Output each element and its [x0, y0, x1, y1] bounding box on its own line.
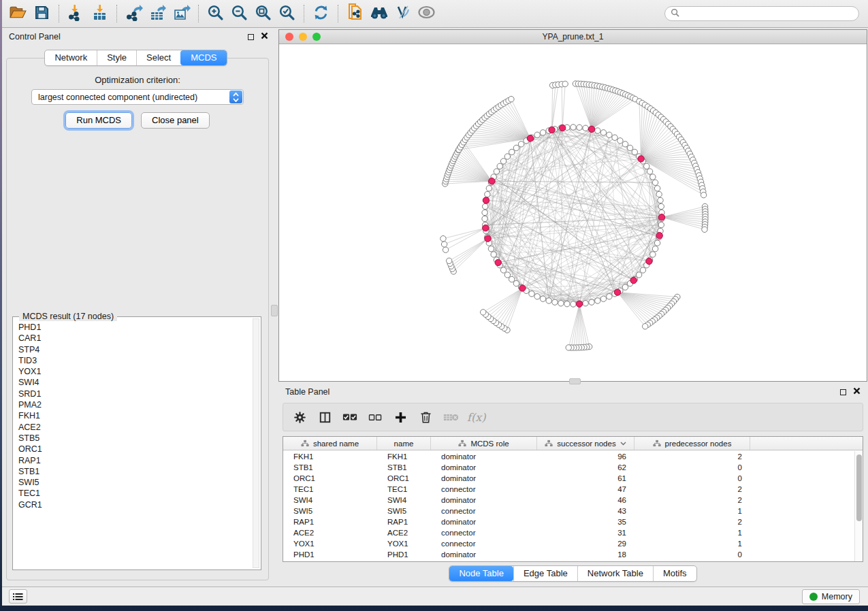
- table-cell: ORC1: [377, 474, 431, 482]
- tab-node-table[interactable]: Node Table: [449, 566, 513, 581]
- mcds-list-item[interactable]: YOX1: [18, 366, 250, 377]
- tab-mcds[interactable]: MCDS: [180, 50, 226, 65]
- tab-edge-table[interactable]: Edge Table: [513, 566, 577, 581]
- mcds-list-item[interactable]: CAR1: [18, 333, 250, 344]
- mcds-list-item[interactable]: PMA2: [18, 399, 250, 410]
- float-panel-icon[interactable]: [248, 34, 254, 40]
- table-row[interactable]: YOX1YOX1connector291: [283, 538, 854, 549]
- mcds-list-item[interactable]: RAP1: [18, 455, 250, 466]
- zoom-out-button[interactable]: [227, 2, 251, 25]
- table-row[interactable]: STB1STB1dominator620: [283, 462, 854, 473]
- tab-network-table[interactable]: Network Table: [577, 566, 653, 581]
- table-row[interactable]: RAP1RAP1dominator352: [283, 516, 854, 527]
- mcds-list-item[interactable]: STP4: [18, 344, 250, 355]
- create-column-button[interactable]: [390, 406, 411, 428]
- mcds-list-item[interactable]: PHD1: [18, 322, 250, 333]
- show-column-button[interactable]: [315, 406, 335, 428]
- deselect-all-rows-button[interactable]: [365, 406, 385, 428]
- network-window-titlebar[interactable]: YPA_prune.txt_1: [279, 30, 867, 44]
- vertical-splitter-handle[interactable]: [271, 305, 278, 316]
- delete-column-button[interactable]: [415, 406, 436, 428]
- save-session-button[interactable]: [30, 2, 54, 25]
- first-neighbors-button[interactable]: [367, 2, 391, 25]
- close-panel-icon[interactable]: [261, 32, 268, 42]
- toolbar-separator: [198, 5, 199, 22]
- float-panel-icon[interactable]: [840, 389, 846, 395]
- table-scrollbar[interactable]: [854, 451, 863, 561]
- tab-motifs[interactable]: Motifs: [653, 566, 696, 581]
- export-image-button[interactable]: [170, 2, 193, 25]
- show-task-history-button[interactable]: [9, 589, 27, 604]
- column-header-successor-nodes[interactable]: successor nodes: [537, 437, 634, 450]
- table-scrollbar-thumb[interactable]: [856, 455, 862, 521]
- close-panel-button[interactable]: Close panel: [141, 112, 210, 129]
- hide-selected-button[interactable]: [391, 2, 415, 25]
- window-zoom-icon[interactable]: [312, 33, 321, 41]
- mcds-list-item[interactable]: STB5: [18, 433, 250, 444]
- table-row[interactable]: SWI5SWI5connector431: [283, 506, 854, 516]
- cytoscape-window: Control Panel Network Style Select MCDS …: [2, 0, 868, 606]
- table-cell: 29: [537, 540, 634, 548]
- mcds-list-item[interactable]: SWI5: [18, 477, 250, 488]
- mcds-list-item[interactable]: SWI4: [18, 377, 250, 388]
- table-row[interactable]: PHD1PHD1dominator180: [283, 549, 854, 560]
- new-network-from-selection-button[interactable]: [343, 2, 367, 25]
- table-row[interactable]: FKH1FKH1dominator962: [283, 451, 854, 462]
- zoom-in-button[interactable]: [204, 2, 227, 25]
- import-network-button[interactable]: [64, 2, 88, 25]
- tab-network[interactable]: Network: [45, 50, 97, 65]
- toolbar-separator: [338, 5, 338, 22]
- mcds-list-item[interactable]: ACE2: [18, 422, 250, 433]
- close-panel-icon[interactable]: [853, 387, 861, 397]
- table-settings-button[interactable]: [289, 406, 310, 428]
- table-row[interactable]: SWI4SWI4dominator462: [283, 495, 854, 506]
- zoom-selected-button[interactable]: [275, 2, 299, 25]
- mcds-list-item[interactable]: TID3: [18, 355, 250, 366]
- table-cell: 2: [634, 452, 750, 461]
- optimization-criterion-select[interactable]: largest connected component (undirected): [31, 89, 244, 105]
- export-network-button[interactable]: [122, 2, 146, 25]
- export-table-button[interactable]: [146, 2, 170, 25]
- column-header-predecessor-nodes[interactable]: predecessor nodes: [634, 437, 750, 450]
- toolbar-separator: [116, 5, 117, 22]
- zoom-in-icon: [207, 4, 224, 24]
- table-row[interactable]: ACE2ACE2connector311: [283, 527, 854, 538]
- mcds-list-item[interactable]: FKH1: [18, 410, 250, 421]
- run-mcds-button[interactable]: Run MCDS: [65, 112, 132, 129]
- column-header-shared-name[interactable]: shared name: [283, 437, 377, 450]
- refresh-button[interactable]: [309, 2, 333, 25]
- import-table-button[interactable]: [88, 2, 112, 25]
- fit-content-button[interactable]: [251, 2, 275, 25]
- tab-select[interactable]: Select: [136, 50, 180, 65]
- search-field[interactable]: [664, 6, 859, 21]
- save-floppy-icon: [34, 5, 50, 23]
- table-row[interactable]: TEC1TEC1connector472: [283, 484, 854, 495]
- mcds-list-item[interactable]: ORC1: [18, 444, 250, 455]
- mcds-list-item[interactable]: SRD1: [18, 389, 250, 399]
- export-image-icon: [173, 4, 191, 24]
- search-input[interactable]: [683, 9, 853, 18]
- table-cell: dominator: [431, 496, 537, 504]
- table-row[interactable]: ORC1ORC1dominator610: [283, 473, 854, 484]
- window-close-icon[interactable]: [285, 33, 293, 41]
- tab-style[interactable]: Style: [97, 50, 136, 65]
- network-canvas[interactable]: [279, 44, 867, 381]
- table-cell: 0: [634, 463, 750, 472]
- show-all-button[interactable]: [415, 2, 438, 25]
- mcds-result-scrollbar[interactable]: [253, 318, 259, 568]
- memory-button[interactable]: Memory: [802, 589, 860, 604]
- right-workspace: YPA_prune.txt_1 Table Panel: [275, 28, 868, 587]
- mcds-list-item[interactable]: TEC1: [18, 488, 250, 499]
- mcds-result-list[interactable]: PHD1CAR1STP4TID3YOX1SWI4SRD1PMA2FKH1ACE2…: [18, 322, 250, 567]
- column-menu-chevron-icon: [620, 442, 626, 446]
- open-file-button[interactable]: [6, 2, 30, 25]
- column-header-name[interactable]: name: [377, 437, 431, 450]
- column-header-mcds-role[interactable]: MCDS role: [431, 437, 537, 450]
- mcds-list-item[interactable]: STB1: [18, 466, 250, 477]
- horizontal-splitter-handle[interactable]: [569, 378, 581, 384]
- window-minimize-icon[interactable]: [299, 33, 307, 41]
- mcds-list-item[interactable]: GCR1: [18, 499, 250, 510]
- attribute-type-icon: [545, 440, 553, 447]
- select-all-rows-button[interactable]: [340, 406, 360, 428]
- table-cell: YOX1: [283, 540, 377, 548]
